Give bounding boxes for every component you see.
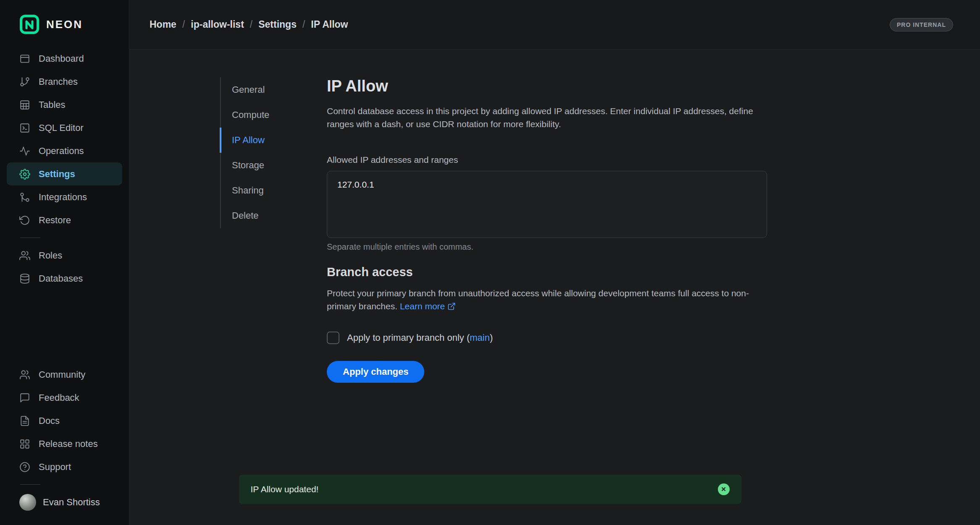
sidebar-item-label: Docs xyxy=(39,415,60,426)
database-icon xyxy=(19,273,30,284)
sidebar-item-label: Restore xyxy=(39,215,71,226)
settings-nav-sharing[interactable]: Sharing xyxy=(221,178,327,203)
sidebar-item-integrations[interactable]: Integrations xyxy=(7,185,122,209)
integrations-icon xyxy=(19,192,30,203)
sidebar-item-label: Support xyxy=(39,462,71,473)
external-link-icon xyxy=(447,301,456,314)
sidebar-item-label: Databases xyxy=(39,273,83,284)
release-notes-icon xyxy=(19,439,30,449)
sidebar-item-roles[interactable]: Roles xyxy=(7,244,122,267)
sidebar-divider xyxy=(20,238,40,238)
settings-nav-ip-allow[interactable]: IP Allow xyxy=(220,128,327,153)
primary-branch-checkbox-label: Apply to primary branch only (main) xyxy=(347,332,493,343)
sidebar: NEON Dashboard Branches Tables SQL Edito xyxy=(0,0,129,525)
sidebar-item-label: Operations xyxy=(39,146,84,157)
breadcrumb-ip-allow[interactable]: IP Allow xyxy=(311,19,348,30)
docs-icon xyxy=(19,415,30,426)
tables-icon xyxy=(19,99,30,110)
learn-more-label: Learn more xyxy=(400,301,445,311)
sidebar-item-label: Integrations xyxy=(39,192,87,203)
learn-more-link[interactable]: Learn more xyxy=(400,301,456,311)
ip-addresses-input[interactable]: 127.0.0.1 xyxy=(327,171,767,238)
sidebar-item-databases[interactable]: Databases xyxy=(7,267,122,290)
branch-access-text: Protect your primary branch from unautho… xyxy=(327,288,749,311)
primary-branch-checkbox[interactable] xyxy=(327,332,339,344)
sidebar-item-label: Release notes xyxy=(39,439,98,449)
avatar xyxy=(19,494,36,511)
toast-close-icon[interactable]: ✕ xyxy=(718,483,730,495)
sidebar-divider xyxy=(20,484,40,485)
breadcrumb-separator: / xyxy=(250,19,252,30)
top-bar: Home / ip-allow-list / Settings / IP All… xyxy=(129,0,980,50)
ip-field-helper: Separate multiple entries with commas. xyxy=(327,242,767,252)
branch-main-link[interactable]: main xyxy=(470,332,490,343)
dashboard-icon xyxy=(19,53,30,64)
breadcrumb-separator: / xyxy=(182,19,185,30)
ip-allow-panel: IP Allow Control database access in this… xyxy=(327,77,767,525)
sidebar-item-label: Community xyxy=(39,369,85,380)
sidebar-item-label: SQL Editor xyxy=(39,123,84,133)
settings-nav-compute[interactable]: Compute xyxy=(221,102,327,128)
feedback-icon xyxy=(19,392,30,403)
breadcrumb-project[interactable]: ip-allow-list xyxy=(191,19,244,30)
content-area: General Compute IP Allow Storage Sharing… xyxy=(129,50,980,525)
sql-editor-icon xyxy=(19,123,30,133)
neon-logo-icon xyxy=(19,14,39,34)
settings-nav-general[interactable]: General xyxy=(221,77,327,102)
brand-wordmark: NEON xyxy=(46,18,83,31)
sidebar-spacer xyxy=(0,290,129,363)
breadcrumb-home[interactable]: Home xyxy=(150,19,176,30)
breadcrumb-separator: / xyxy=(302,19,305,30)
breadcrumb: Home / ip-allow-list / Settings / IP All… xyxy=(150,19,348,30)
sidebar-item-sql-editor[interactable]: SQL Editor xyxy=(7,116,122,139)
sidebar-item-release-notes[interactable]: Release notes xyxy=(7,432,122,455)
checkbox-label-text: Apply to primary branch only ( xyxy=(347,332,470,343)
toast-message: IP Allow updated! xyxy=(251,484,319,494)
sidebar-item-docs[interactable]: Docs xyxy=(7,409,122,432)
sidebar-item-community[interactable]: Community xyxy=(7,363,122,386)
toast-notification: IP Allow updated! ✕ xyxy=(239,475,741,504)
sidebar-item-branches[interactable]: Branches xyxy=(7,70,122,93)
ip-field-label: Allowed IP addresses and ranges xyxy=(327,155,767,165)
community-icon xyxy=(19,369,30,380)
sidebar-item-label: Branches xyxy=(39,76,78,87)
checkbox-label-suffix: ) xyxy=(490,332,493,343)
sidebar-item-support[interactable]: Support xyxy=(7,455,122,478)
sidebar-item-feedback[interactable]: Feedback xyxy=(7,386,122,409)
app-window: NEON Dashboard Branches Tables SQL Edito xyxy=(0,0,980,525)
plan-badge: PRO INTERNAL xyxy=(890,18,953,31)
sidebar-item-label: Dashboard xyxy=(39,53,84,64)
brand-logo[interactable]: NEON xyxy=(0,14,129,47)
sidebar-item-label: Roles xyxy=(39,250,62,261)
user-menu[interactable]: Evan Shortiss xyxy=(0,494,129,511)
sidebar-item-restore[interactable]: Restore xyxy=(7,209,122,232)
sidebar-item-tables[interactable]: Tables xyxy=(7,93,122,116)
restore-icon xyxy=(19,215,30,226)
gear-icon xyxy=(19,169,30,180)
page-description: Control database access in this project … xyxy=(327,104,767,131)
apply-changes-button[interactable]: Apply changes xyxy=(327,361,424,383)
breadcrumb-settings[interactable]: Settings xyxy=(258,19,297,30)
primary-branch-checkbox-row: Apply to primary branch only (main) xyxy=(327,332,767,344)
branch-access-description: Protect your primary branch from unautho… xyxy=(327,287,767,314)
branch-access-title: Branch access xyxy=(327,265,767,279)
branches-icon xyxy=(19,76,30,87)
page-title: IP Allow xyxy=(327,77,767,95)
sidebar-item-dashboard[interactable]: Dashboard xyxy=(7,47,122,70)
sidebar-item-label: Tables xyxy=(39,99,66,110)
roles-icon xyxy=(19,250,30,261)
support-icon xyxy=(19,462,30,473)
sidebar-item-settings[interactable]: Settings xyxy=(7,162,122,185)
sidebar-item-label: Settings xyxy=(39,169,75,180)
sidebar-item-operations[interactable]: Operations xyxy=(7,139,122,162)
user-name: Evan Shortiss xyxy=(43,497,100,508)
settings-nav: General Compute IP Allow Storage Sharing… xyxy=(220,77,327,525)
sidebar-item-label: Feedback xyxy=(39,392,79,403)
settings-nav-storage[interactable]: Storage xyxy=(221,153,327,178)
settings-nav-delete[interactable]: Delete xyxy=(221,203,327,228)
operations-icon xyxy=(19,146,30,157)
